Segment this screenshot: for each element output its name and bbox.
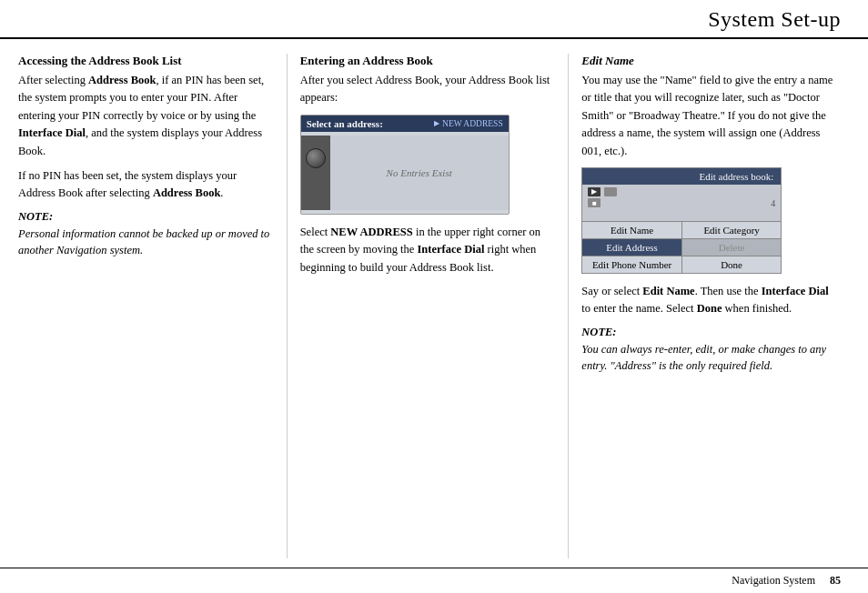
edit-name-btn[interactable]: Edit Name bbox=[582, 222, 681, 238]
col1: Accessing the Address Book List After se… bbox=[18, 54, 288, 558]
arrow-icon: ▶ bbox=[434, 119, 439, 127]
col2-para1: After you select Address Book, your Addr… bbox=[300, 72, 556, 107]
edit-icon-1: ▶ bbox=[588, 187, 601, 196]
edit-row-1: ▶ bbox=[588, 187, 775, 196]
col1-note-label: NOTE: bbox=[18, 210, 274, 224]
screen-list: No Entries Exist bbox=[330, 136, 509, 210]
col2-bold-interface-dial: Interface Dial bbox=[417, 243, 484, 256]
col2-bold-new-address: NEW ADDRESS bbox=[330, 226, 412, 238]
done-btn[interactable]: Done bbox=[682, 256, 782, 273]
col3-para1: You may use the "Name" field to give the… bbox=[581, 72, 837, 160]
col2: Entering an Address Book After you selec… bbox=[288, 54, 570, 558]
screen-header-right: ▶ NEW ADDRESS bbox=[434, 119, 503, 128]
col1-para2: If no PIN has been set, the system displ… bbox=[18, 167, 274, 203]
page: System Set-up Accessing the Address Book… bbox=[0, 0, 868, 593]
screen-sidebar bbox=[301, 136, 330, 210]
page-header: System Set-up bbox=[0, 0, 868, 39]
address-book-screen: Select an address: ▶ NEW ADDRESS No Entr… bbox=[300, 115, 510, 215]
edit-address-btn[interactable]: Edit Address bbox=[582, 239, 681, 256]
main-content: Accessing the Address Book List After se… bbox=[0, 39, 868, 568]
col1-bold-address-book: Address Book bbox=[88, 74, 156, 86]
edit-address-screen: Edit address book: ▶ ■ 4 Edit Name Edit … bbox=[581, 167, 782, 274]
col3-bold-done: Done bbox=[697, 302, 722, 315]
edit-buttons: Edit Name Edit Category Edit Address Del… bbox=[582, 221, 781, 273]
col3-heading: Edit Name bbox=[581, 54, 837, 68]
col2-heading: Entering an Address Book bbox=[300, 54, 556, 68]
page-title: System Set-up bbox=[708, 7, 841, 32]
col1-bold-interface-dial: Interface Dial bbox=[18, 126, 86, 139]
screen-body: No Entries Exist bbox=[301, 132, 509, 214]
screen-new-address: NEW ADDRESS bbox=[442, 119, 503, 128]
col3-bold-interface-dial: Interface Dial bbox=[762, 285, 829, 297]
edit-icon-2 bbox=[604, 187, 617, 196]
col3-note-label: NOTE: bbox=[581, 326, 837, 339]
edit-category-btn[interactable]: Edit Category bbox=[682, 222, 782, 238]
screen-header: Select an address: ▶ NEW ADDRESS bbox=[301, 116, 509, 132]
page-footer: Navigation System 85 bbox=[0, 568, 868, 593]
screen-header-left: Select an address: bbox=[307, 118, 383, 129]
col3: Edit Name You may use the "Name" field t… bbox=[569, 54, 850, 558]
col1-heading: Accessing the Address Book List bbox=[18, 54, 274, 68]
edit-screen-rows: ▶ ■ 4 bbox=[582, 185, 781, 221]
edit-icon-3: ■ bbox=[588, 198, 601, 207]
no-entries-text: No Entries Exist bbox=[387, 167, 452, 178]
col1-bold-address-book2: Address Book bbox=[153, 186, 220, 199]
edit-row-2: ■ 4 bbox=[588, 198, 775, 208]
col3-note-text: You can always re-enter, edit, or make c… bbox=[581, 341, 837, 376]
col3-bold-edit-name: Edit Name bbox=[642, 285, 694, 297]
footer-nav-label: Navigation System bbox=[732, 574, 815, 588]
col1-para1: After selecting Address Book, if an PIN … bbox=[18, 72, 274, 160]
col1-note-text: Personal information cannot be backed up… bbox=[18, 226, 274, 260]
col2-para2: Select NEW ADDRESS in the upper right co… bbox=[300, 224, 556, 276]
footer-page-number: 85 bbox=[830, 574, 841, 588]
col3-para2: Say or select Edit Name. Then use the In… bbox=[581, 283, 837, 318]
delete-btn[interactable]: Delete bbox=[682, 239, 782, 256]
dial-knob bbox=[306, 148, 326, 168]
edit-row-number: 4 bbox=[771, 198, 775, 208]
edit-screen-header: Edit address book: bbox=[582, 168, 781, 185]
edit-phone-btn[interactable]: Edit Phone Number bbox=[582, 256, 681, 273]
